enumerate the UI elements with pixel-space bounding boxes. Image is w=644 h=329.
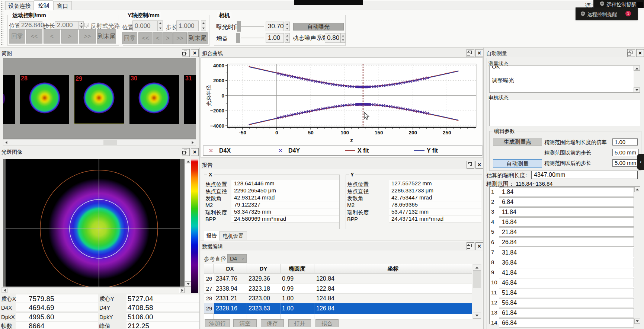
- svg-text:250: 250: [443, 130, 451, 135]
- svg-text:D4X: D4X: [219, 147, 231, 154]
- svg-text:100: 100: [340, 130, 349, 135]
- svg-text:4000: 4000: [213, 63, 224, 68]
- svg-text:D4Y: D4Y: [288, 147, 300, 154]
- svg-text:X fit: X fit: [358, 147, 369, 154]
- svg-text:0: 0: [221, 93, 224, 99]
- svg-text:2000: 2000: [213, 78, 224, 83]
- svg-text:z: z: [350, 137, 353, 143]
- svg-text:0: 0: [275, 130, 278, 135]
- svg-text:-50: -50: [239, 130, 246, 135]
- svg-text:150: 150: [375, 130, 383, 135]
- svg-text:50: 50: [308, 130, 314, 135]
- svg-text:光束半径: 光束半径: [206, 85, 212, 106]
- svg-text:−4000: −4000: [210, 123, 224, 129]
- svg-text:200: 200: [408, 130, 417, 135]
- svg-text:Y fit: Y fit: [427, 147, 438, 154]
- svg-text:−2000: −2000: [210, 108, 224, 114]
